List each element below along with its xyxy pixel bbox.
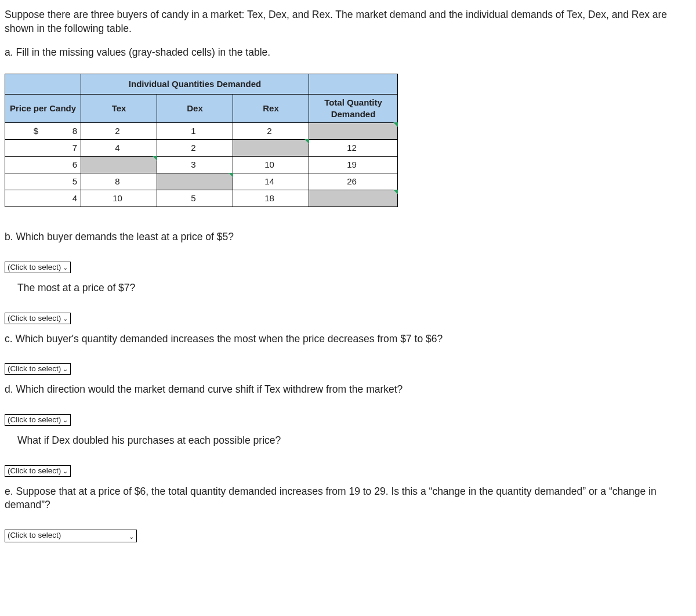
select-label: (Click to select) [8,466,61,475]
select-c[interactable]: (Click to select)⌄ [5,363,71,375]
question-intro: Suppose there are three buyers of candy … [5,8,689,35]
select-d1[interactable]: (Click to select)⌄ [5,414,71,426]
select-b1[interactable]: (Click to select)⌄ [5,262,71,273]
th-total: Total Quantity Demanded [309,94,398,123]
chevron-down-icon: ⌄ [61,416,68,423]
total-cell[interactable] [309,190,398,207]
rex-cell: 14 [233,173,309,190]
part-d-text: d. Which direction would the market dema… [5,383,689,397]
price-cell: 5 [5,173,81,190]
chevron-down-icon: ⌄ [61,468,68,474]
th-rex: Rex [233,94,309,123]
chevron-down-icon: ⌄ [61,264,68,271]
select-label: (Click to select) [8,314,61,323]
th-tex: Tex [81,94,157,123]
part-a-text: a. Fill in the missing values (gray-shad… [5,46,689,60]
table-row: 631019 [5,157,398,173]
select-label: (Click to select) [8,415,61,424]
select-label: (Click to select) [8,263,61,271]
tex-cell: 2 [81,123,157,140]
th-price: Price per Candy [5,94,81,123]
th-dex: Dex [157,94,233,123]
table-row: 581426 [5,173,398,190]
price-cell: 7 [5,140,81,157]
total-cell: 26 [309,173,398,190]
table-row: $8212 [5,123,398,140]
part-d2-text: What if Dex doubled his purchases at eac… [17,434,689,448]
chevron-down-icon: ⌄ [61,365,68,372]
select-d2[interactable]: (Click to select)⌄ [5,465,71,477]
part-b2-text: The most at a price of $7? [17,281,689,295]
total-cell: 12 [309,140,398,157]
total-cell[interactable] [309,123,398,140]
select-label: (Click to select) [8,531,61,539]
tex-cell: 10 [81,190,157,207]
dex-cell[interactable] [157,173,233,190]
price-cell: 4 [5,190,81,207]
rex-cell[interactable] [233,140,309,157]
price-cell: $8 [5,123,81,140]
dex-cell: 3 [157,157,233,173]
chevron-down-icon: ⌄ [127,531,134,541]
rex-cell: 18 [233,190,309,207]
part-c-text: c. Which buyer's quantity demanded incre… [5,332,689,346]
rex-cell: 2 [233,123,309,140]
select-b2[interactable]: (Click to select)⌄ [5,313,71,324]
demand-table: Individual Quantities Demanded Price per… [5,74,398,208]
total-cell: 19 [309,157,398,173]
select-label: (Click to select) [8,364,61,373]
price-cell: 6 [5,157,81,173]
tex-cell[interactable] [81,157,157,173]
dex-cell: 2 [157,140,233,157]
tex-cell: 8 [81,173,157,190]
select-e[interactable]: (Click to select)⌄ [5,530,137,542]
part-e-text: e. Suppose that at a price of $6, the to… [5,485,689,512]
chevron-down-icon: ⌄ [61,315,68,322]
dex-cell: 5 [157,190,233,207]
group-header: Individual Quantities Demanded [81,74,309,94]
dex-cell: 1 [157,123,233,140]
table-row: 410518 [5,190,398,207]
tex-cell: 4 [81,140,157,157]
part-b-text: b. Which buyer demands the least at a pr… [5,230,689,244]
table-row: 74212 [5,140,398,157]
rex-cell: 10 [233,157,309,173]
